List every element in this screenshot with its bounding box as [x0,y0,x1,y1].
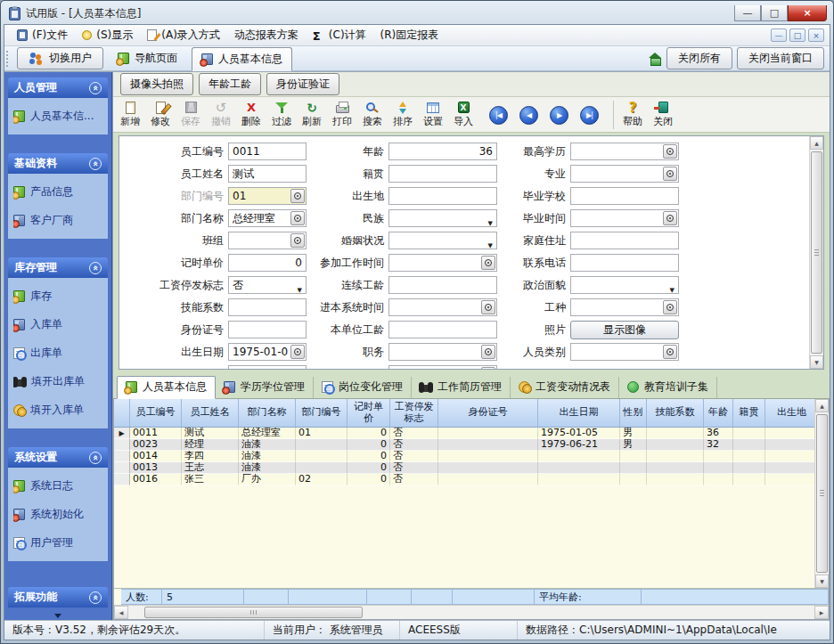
new-button[interactable]: 新增 [115,98,145,132]
field-input[interactable]: 0 [228,254,307,272]
search-button[interactable]: 搜索 [357,98,388,132]
field-input[interactable] [570,232,679,249]
tab-nav-page[interactable]: 导航页面 [109,47,186,69]
scroll-up-icon[interactable] [815,399,829,412]
close-button[interactable]: × [788,5,827,21]
column-header[interactable]: 年龄 [704,399,733,427]
field-input[interactable]: 0011 [228,143,307,160]
table-row[interactable]: 0023 经理 油漆 0 否 1979-06-21 男 [114,439,814,451]
scroll-down-icon[interactable] [810,355,823,369]
age-seniority-button[interactable]: 年龄工龄 [199,73,261,95]
menu-display[interactable]: (S)显示 [75,26,140,45]
sidebar-item-system-init[interactable]: 系统初始化 [13,507,102,522]
home-icon[interactable] [649,53,662,65]
field-input[interactable] [570,298,679,316]
mdi-minimize-button[interactable]: — [771,29,787,42]
settings-button[interactable]: 设置 [418,98,448,132]
field-input[interactable] [570,187,679,205]
save-button[interactable]: 保存 [176,98,206,132]
sidebar-item-user-management[interactable]: 用户管理 [13,535,102,550]
import-button[interactable]: 导入 [448,98,478,132]
maximize-button[interactable]: □ [761,5,788,21]
lookup-button[interactable] [290,345,305,359]
switch-user-button[interactable]: 切换用户 [17,47,103,69]
field-input[interactable]: 测试 [228,165,307,183]
tab-salary-change[interactable]: 工资变动情况表 [511,377,619,398]
lookup-button[interactable] [663,300,677,314]
field-input[interactable]: 1975-01-05 [228,343,307,361]
close-all-button[interactable]: 关闭所有 [666,47,732,69]
delete-button[interactable]: 删除 [236,98,266,132]
filter-button[interactable]: 过滤 [266,98,297,132]
field-input[interactable]: 否 [228,276,307,294]
collapse-chevron-icon[interactable] [89,158,102,170]
sidebar-item-product-info[interactable]: 产品信息 [13,184,102,200]
scroll-up-icon[interactable] [810,136,823,150]
field-input[interactable] [570,276,679,294]
table-row[interactable]: 0016 张三 厂办 02 0 否 [114,474,814,485]
lookup-button[interactable] [290,189,305,203]
column-header[interactable]: 员工姓名 [182,399,239,427]
column-header[interactable]: 部门名称 [239,399,296,427]
field-input[interactable] [570,165,679,183]
scroll-right-icon[interactable] [814,606,829,619]
sidebar-item-personnel-basic-info[interactable]: 人员基本信... [13,109,102,124]
field-input[interactable] [570,254,679,272]
minimize-button[interactable]: — [734,5,761,21]
lookup-button[interactable] [663,167,677,181]
field-input[interactable] [388,343,497,361]
table-row[interactable]: 0014 李四 油漆 0 否 [114,451,814,462]
column-header[interactable]: 技能系数 [647,399,704,427]
column-header[interactable]: 身份证号 [438,399,538,427]
lookup-button[interactable] [290,211,305,225]
field-input[interactable] [388,209,497,227]
last-record-button[interactable]: ▶| [580,106,599,125]
id-verify-button[interactable]: 身份证验证 [266,73,339,95]
field-input[interactable] [388,254,497,272]
dropdown-arrow-icon[interactable] [670,282,675,295]
field-input[interactable] [388,187,497,205]
column-header[interactable]: 员工编号 [130,399,182,427]
field-input[interactable] [570,143,679,160]
menu-dynamic-report[interactable]: 动态报表方案 [227,26,306,45]
sidebar-item-customer-vendor[interactable]: 客户厂商 [13,213,102,228]
scrollbar-thumb[interactable] [816,414,828,573]
field-input[interactable] [388,232,497,249]
tab-education-degree[interactable]: 学历学位管理 [216,377,314,398]
scroll-left-icon[interactable] [114,606,128,619]
menu-entry-mode[interactable]: (A)录入方式 [140,26,227,45]
field-input[interactable]: 总经理室 [228,209,307,227]
field-input[interactable] [388,365,497,369]
dropdown-arrow-icon[interactable] [488,216,493,228]
table-row[interactable]: 0013 王志 油漆 0 否 [114,462,814,474]
scroll-down-icon[interactable] [815,575,829,588]
print-button[interactable]: 打印 [327,98,357,132]
grid-vertical-scrollbar[interactable] [814,399,829,588]
scrollbar-thumb[interactable] [144,607,363,618]
next-record-button[interactable]: ▶ [550,106,568,125]
field-input[interactable] [228,298,307,316]
lookup-button[interactable] [481,300,495,314]
camera-photo-button[interactable]: 摄像头拍照 [120,73,193,95]
field-input[interactable] [228,321,307,338]
lookup-button[interactable] [481,256,495,270]
sidebar-item-create-inbound-order[interactable]: 填开入库单 [13,403,102,418]
field-input[interactable]: 男 [228,365,307,369]
table-row[interactable]: ▶ 0011 测试 总经理室 01 0 否 1975-01-05 [114,428,814,439]
field-input[interactable]: 36 [388,143,497,160]
field-input[interactable] [388,298,497,316]
help-button[interactable]: 帮助 [617,98,648,132]
lookup-button[interactable] [663,345,677,359]
tab-personnel-basic-info-top[interactable]: 人员基本信息 [192,47,292,71]
close-form-button[interactable]: 关闭 [648,98,678,132]
menu-fixed-report[interactable]: (R)固定报表 [373,26,446,45]
dropdown-arrow-icon[interactable] [488,238,493,250]
sidebar-scroll-down-icon[interactable] [4,614,111,618]
sidebar-item-outbound-order[interactable]: 出库单 [13,346,102,361]
tab-position-change[interactable]: 岗位变化管理 [314,377,412,398]
lookup-button[interactable] [481,345,495,359]
form-vertical-scrollbar[interactable] [809,136,823,369]
close-current-window-button[interactable]: 关闭当前窗口 [737,47,824,69]
scrollbar-thumb[interactable] [811,151,822,354]
title-bar[interactable]: 试用版 - [人员基本信息] — □ × [4,1,830,24]
